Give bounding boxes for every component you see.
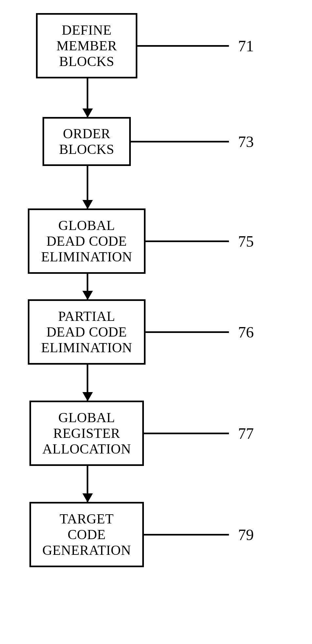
connector-line <box>146 240 229 242</box>
connector-line <box>137 45 229 47</box>
flow-box-text: PARTIAL <box>58 308 115 324</box>
flow-node-row: GLOBALDEAD CODEELIMINATION75 <box>36 208 278 274</box>
flow-box-text: CODE <box>68 527 106 542</box>
arrow-down-icon <box>87 466 88 502</box>
flow-box-text: TARGET <box>60 511 113 527</box>
flow-box: GLOBALDEAD CODEELIMINATION <box>28 208 146 274</box>
flow-box-text: BLOCKS <box>59 141 114 157</box>
flow-box-text: ALLOCATION <box>43 441 131 457</box>
arrow-down-icon <box>87 274 88 299</box>
arrow-down-icon <box>87 365 88 401</box>
flow-box-text: DEAD CODE <box>46 233 127 249</box>
flow-node-row: PARTIALDEAD CODEELIMINATION76 <box>36 299 278 365</box>
flow-box: ORDERBLOCKS <box>43 117 131 166</box>
flow-box: DEFINEMEMBERBLOCKS <box>36 13 137 78</box>
flow-box-text: GENERATION <box>43 542 131 558</box>
arrow-down-icon <box>87 166 88 208</box>
arrow-down-icon <box>87 78 88 117</box>
flow-box-text: GLOBAL <box>58 410 115 425</box>
flow-box-text: REGISTER <box>53 425 120 441</box>
flow-box-text: ELIMINATION <box>41 340 132 355</box>
flowchart: DEFINEMEMBERBLOCKS71ORDERBLOCKS73GLOBALD… <box>36 13 278 567</box>
arrow-wrap <box>36 274 278 299</box>
node-label: 75 <box>229 232 254 250</box>
flow-box-text: ELIMINATION <box>41 249 132 265</box>
node-label: 73 <box>229 133 254 151</box>
flow-box: PARTIALDEAD CODEELIMINATION <box>28 299 146 365</box>
arrow-wrap <box>36 466 278 502</box>
arrow-wrap <box>36 365 278 401</box>
flow-box-text: DEAD CODE <box>46 324 127 340</box>
flow-node-row: GLOBALREGISTERALLOCATION77 <box>36 401 278 466</box>
arrow-wrap <box>36 78 278 117</box>
flow-box-text: DEFINE <box>62 22 112 38</box>
flow-box: GLOBALREGISTERALLOCATION <box>29 401 144 466</box>
flow-box-text: MEMBER <box>56 38 117 54</box>
arrow-wrap <box>36 166 278 208</box>
flow-node-row: TARGETCODEGENERATION79 <box>36 502 278 567</box>
node-label: 76 <box>229 323 254 341</box>
connector-line <box>144 433 229 434</box>
node-label: 79 <box>229 526 254 544</box>
connector-line <box>146 331 229 333</box>
connector-line <box>144 534 229 536</box>
flow-box-text: BLOCKS <box>59 54 114 69</box>
flow-box-text: GLOBAL <box>58 218 115 233</box>
connector-line <box>131 141 229 142</box>
flow-node-row: ORDERBLOCKS73 <box>36 117 278 166</box>
flow-box-text: ORDER <box>63 126 111 141</box>
node-label: 71 <box>229 37 254 55</box>
node-label: 77 <box>229 424 254 442</box>
flow-box: TARGETCODEGENERATION <box>29 502 144 567</box>
flow-node-row: DEFINEMEMBERBLOCKS71 <box>36 13 278 78</box>
